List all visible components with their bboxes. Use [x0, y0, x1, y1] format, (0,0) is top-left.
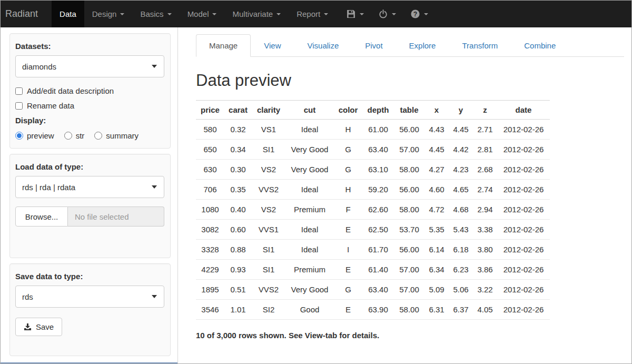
table-cell: 4229: [196, 260, 224, 280]
nav-item-label: Basics: [140, 9, 163, 18]
table-cell: 63.10: [362, 160, 394, 180]
table-cell: SI1: [252, 260, 285, 280]
table-header-row: pricecaratclaritycutcolordepthtablexyzda…: [196, 101, 550, 120]
table-row: 7060.35VVS2IdealH59.2056.004.604.652.742…: [196, 180, 550, 200]
power-menu[interactable]: [371, 1, 403, 27]
tab-pivot[interactable]: Pivot: [352, 34, 396, 57]
app-brand[interactable]: Radiant: [1, 1, 44, 27]
table-row: 42290.93SI1PremiumE61.4057.006.346.233.8…: [196, 260, 550, 280]
table-cell: 57.00: [394, 140, 424, 160]
table-cell: 2012-02-26: [497, 280, 550, 300]
nav-item-basics[interactable]: Basics: [132, 1, 179, 27]
save-button[interactable]: Save: [15, 318, 62, 336]
table-cell: 56.00: [394, 180, 424, 200]
tab-combine[interactable]: Combine: [511, 34, 569, 57]
table-cell: 4.42: [449, 140, 473, 160]
table-row: 35461.01SI2GoodE63.9058.006.316.374.0520…: [196, 300, 550, 320]
table-cell: 57.00: [394, 280, 424, 300]
table-cell: 0.51: [224, 280, 252, 300]
data-option-checkboxes: Add/edit data descriptionRename data: [15, 86, 164, 110]
column-header-x: x: [424, 101, 449, 120]
table-cell: 4.65: [449, 180, 473, 200]
table-cell: 4.45: [424, 140, 449, 160]
table-cell: Ideal: [285, 180, 334, 200]
table-cell: 0.32: [224, 120, 252, 140]
tab-transform[interactable]: Transform: [449, 34, 511, 57]
table-cell: 56.00: [394, 120, 424, 140]
table-cell: G: [334, 280, 362, 300]
table-row: 5800.32VS1IdealH61.0056.004.434.452.7120…: [196, 120, 550, 140]
table-cell: 0.30: [224, 160, 252, 180]
load-type-select[interactable]: rds | rda | rdata: [15, 176, 164, 198]
table-row: 30820.60VVS1IdealE62.5053.705.355.433.38…: [196, 220, 550, 240]
table-cell: 2.68: [473, 160, 497, 180]
nav-item-model[interactable]: Model: [180, 1, 225, 27]
chevron-down-icon: [152, 65, 157, 68]
checkbox-rename-data: Rename data: [15, 101, 164, 110]
save-state-menu[interactable]: [339, 1, 371, 27]
column-header-carat: carat: [224, 101, 252, 120]
table-cell: VS2: [252, 200, 285, 220]
table-cell: 0.93: [224, 260, 252, 280]
table-cell: 6.37: [449, 300, 473, 320]
tab-visualize[interactable]: Visualize: [294, 34, 352, 57]
table-cell: 4.68: [449, 200, 473, 220]
table-cell: 3.80: [473, 240, 497, 260]
rows-shown-note: 10 of 3,000 rows shown. See View-tab for…: [196, 331, 624, 340]
table-cell: 1080: [196, 200, 224, 220]
table-cell: VVS2: [252, 180, 285, 200]
table-cell: 2.94: [473, 200, 497, 220]
table-cell: 2012-02-26: [497, 160, 550, 180]
browse-button[interactable]: Browse...: [15, 206, 68, 227]
table-cell: 4.23: [449, 160, 473, 180]
radio-input[interactable]: [94, 132, 102, 140]
radio-input[interactable]: [64, 132, 72, 140]
nav-item-design[interactable]: Design: [84, 1, 133, 27]
table-cell: 4.05: [473, 300, 497, 320]
nav-item-label: Report: [297, 9, 320, 18]
tab-view[interactable]: View: [251, 34, 294, 57]
table-cell: 62.60: [362, 200, 394, 220]
column-header-depth: depth: [362, 101, 394, 120]
help-menu[interactable]: ?: [403, 1, 436, 27]
table-row: 33280.88SI1IdealI61.7056.006.146.183.802…: [196, 240, 550, 260]
table-cell: 0.35: [224, 180, 252, 200]
table-cell: 650: [196, 140, 224, 160]
tab-explore[interactable]: Explore: [396, 34, 449, 57]
table-cell: H: [334, 180, 362, 200]
table-cell: 2012-02-26: [497, 180, 550, 200]
tab-manage[interactable]: Manage: [196, 34, 251, 57]
tab-bar: ManageViewVisualizePivotExploreTransform…: [196, 34, 624, 57]
checkbox-label: Add/edit data description: [27, 86, 114, 95]
table-cell: 1895: [196, 280, 224, 300]
table-cell: 1.01: [224, 300, 252, 320]
checkbox-input[interactable]: [15, 102, 23, 110]
table-cell: 56.00: [394, 240, 424, 260]
chevron-down-icon: [392, 13, 396, 15]
table-cell: 0.60: [224, 220, 252, 240]
table-cell: VS2: [252, 160, 285, 180]
save-type-select[interactable]: rds: [15, 286, 164, 308]
nav-item-multivariate[interactable]: Multivariate: [224, 1, 289, 27]
display-radio-group: previewstrsummary: [15, 131, 164, 140]
table-cell: 5.06: [449, 280, 473, 300]
dataset-select[interactable]: diamonds: [15, 55, 164, 77]
table-cell: 63.40: [362, 280, 394, 300]
radio-input[interactable]: [15, 132, 23, 140]
checkbox-input[interactable]: [15, 87, 23, 95]
table-cell: 58.00: [394, 300, 424, 320]
display-option-summary: summary: [94, 131, 139, 140]
table-cell: 3.22: [473, 280, 497, 300]
chevron-down-icon: [167, 13, 172, 15]
table-cell: E: [334, 260, 362, 280]
nav-item-report[interactable]: Report: [289, 1, 336, 27]
table-cell: VS1: [252, 120, 285, 140]
app-window: Radiant DataDesignBasicsModelMultivariat…: [0, 0, 632, 364]
table-row: 6500.34SI1Very GoodG63.4057.004.454.422.…: [196, 140, 550, 160]
table-cell: 2012-02-26: [497, 260, 550, 280]
nav-item-data[interactable]: Data: [52, 1, 84, 27]
table-row: 6300.30VS2Very GoodG63.1058.004.274.232.…: [196, 160, 550, 180]
table-cell: 6.34: [424, 260, 449, 280]
file-status-text: No file selected: [68, 206, 164, 227]
table-cell: 63.90: [362, 300, 394, 320]
